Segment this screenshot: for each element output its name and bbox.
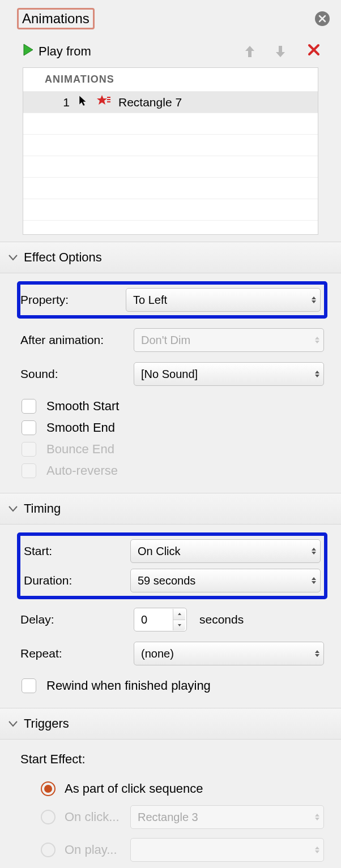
property-value: To Left xyxy=(133,294,167,307)
duration-label: Duration: xyxy=(20,574,130,587)
duration-select[interactable]: 59 seconds xyxy=(130,569,321,592)
chevron-down-icon xyxy=(8,251,18,264)
empty-row xyxy=(23,178,318,199)
after-animation-value: Don't Dim xyxy=(141,334,190,347)
repeat-select[interactable]: (none) xyxy=(134,642,324,665)
repeat-label: Repeat: xyxy=(20,647,134,660)
delay-label: Delay: xyxy=(20,613,134,626)
animation-item[interactable]: 1 Rectangle 7 xyxy=(23,92,318,113)
auto-reverse-label: Auto-reverse xyxy=(46,463,118,478)
sound-select[interactable]: [No Sound] xyxy=(134,362,324,386)
effect-options-header[interactable]: Effect Options xyxy=(0,242,341,273)
empty-row xyxy=(23,221,318,234)
empty-row xyxy=(23,135,318,156)
move-down-button[interactable] xyxy=(271,44,290,59)
arrow-up-icon xyxy=(243,44,257,59)
bounce-end-label: Bounce End xyxy=(46,442,114,457)
rewind-label: Rewind when finished playing xyxy=(46,678,211,693)
smooth-start-checkbox[interactable] xyxy=(22,399,36,414)
sound-value: [No Sound] xyxy=(141,368,198,381)
on-click-select: Rectangle 3 xyxy=(130,805,324,829)
anim-index: 1 xyxy=(47,96,70,109)
chevron-down-icon xyxy=(8,502,18,515)
after-animation-select: Don't Dim xyxy=(134,328,324,352)
star-icon xyxy=(96,94,110,110)
smooth-end-label: Smooth End xyxy=(46,420,115,435)
on-play-select xyxy=(130,838,324,862)
bounce-end-checkbox xyxy=(22,442,36,457)
auto-reverse-checkbox xyxy=(22,463,36,478)
animations-list: ANIMATIONS 1 Rectangle 7 xyxy=(23,67,318,235)
start-effect-label: Start Effect: xyxy=(20,752,324,767)
start-select[interactable]: On Click xyxy=(130,539,321,563)
anim-list-header: ANIMATIONS xyxy=(23,68,318,92)
delay-input[interactable]: 0 xyxy=(134,608,187,631)
close-button[interactable] xyxy=(315,11,330,26)
arrow-down-icon xyxy=(274,44,287,59)
delay-step-up[interactable] xyxy=(173,609,185,620)
empty-row xyxy=(23,199,318,221)
radio-as-part-label: As part of click sequence xyxy=(65,781,203,796)
smooth-start-label: Smooth Start xyxy=(46,399,119,414)
radio-on-click xyxy=(41,810,56,824)
move-up-button[interactable] xyxy=(240,44,259,59)
rewind-checkbox[interactable] xyxy=(22,678,36,693)
repeat-value: (none) xyxy=(141,647,174,660)
chevron-down-icon xyxy=(8,717,18,731)
delete-button[interactable] xyxy=(307,43,321,59)
triggers-header[interactable]: Triggers xyxy=(0,708,341,740)
sound-label: Sound: xyxy=(20,367,134,381)
property-select[interactable]: To Left xyxy=(126,288,321,312)
smooth-end-checkbox[interactable] xyxy=(22,420,36,435)
cursor-icon xyxy=(78,94,88,110)
radio-on-play-label: On play... xyxy=(65,843,126,857)
empty-row xyxy=(23,113,318,135)
after-animation-label: After animation: xyxy=(20,333,134,347)
panel-title: Animations xyxy=(17,8,95,29)
x-icon xyxy=(307,43,321,57)
duration-value: 59 seconds xyxy=(138,574,195,587)
section-title: Effect Options xyxy=(24,250,102,265)
timing-header[interactable]: Timing xyxy=(0,493,341,525)
anim-object-name: Rectangle 7 xyxy=(118,96,182,109)
section-title: Timing xyxy=(24,501,61,516)
delay-step-down[interactable] xyxy=(173,620,185,631)
play-from-button[interactable]: Play from xyxy=(39,44,229,59)
delay-suffix: seconds xyxy=(199,613,244,626)
section-title: Triggers xyxy=(24,716,69,731)
start-value: On Click xyxy=(138,545,181,558)
empty-row xyxy=(23,156,318,178)
delay-value: 0 xyxy=(141,613,147,626)
play-icon[interactable] xyxy=(23,44,34,59)
close-icon xyxy=(318,15,326,23)
radio-as-part[interactable] xyxy=(41,781,56,796)
start-label: Start: xyxy=(20,544,130,558)
property-label: Property: xyxy=(20,293,126,307)
radio-on-click-label: On click... xyxy=(65,810,126,824)
radio-on-play xyxy=(41,843,56,857)
on-click-value: Rectangle 3 xyxy=(138,811,198,824)
